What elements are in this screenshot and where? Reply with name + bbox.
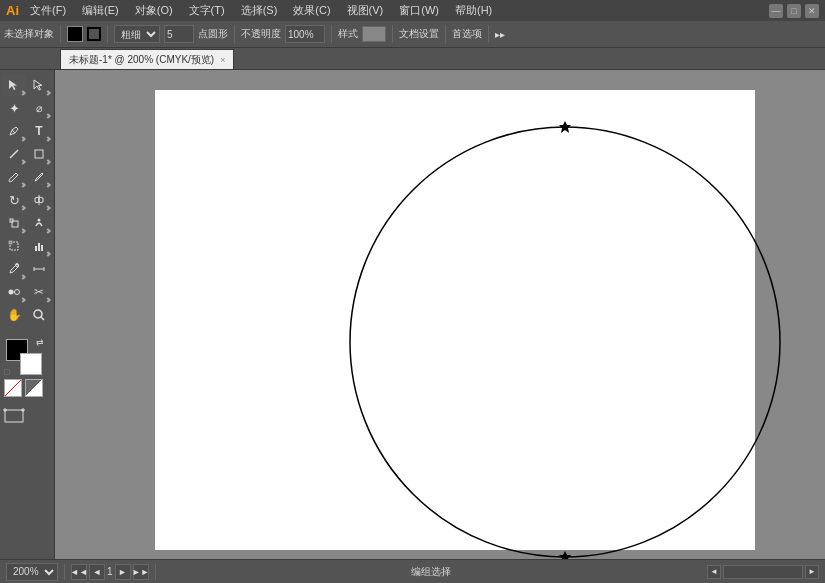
prev-page-btn[interactable]: ◄ [89, 564, 105, 580]
stroke-style-select[interactable]: 粗细 [114, 25, 160, 43]
background-color[interactable] [20, 353, 42, 375]
stroke-width-input[interactable] [164, 25, 194, 43]
magic-wand-tool[interactable]: ✦ [2, 97, 26, 119]
tool-sub-arrow [20, 205, 26, 211]
no-color-swatch[interactable] [4, 379, 22, 397]
maximize-button[interactable]: □ [787, 4, 801, 18]
warp-tool[interactable] [27, 212, 51, 234]
zoom-tool[interactable] [27, 304, 51, 326]
menu-view[interactable]: 视图(V) [344, 3, 387, 18]
minimize-button[interactable]: — [769, 4, 783, 18]
title-bar: Ai 文件(F) 编辑(E) 对象(O) 文字(T) 选择(S) 效果(C) 视… [0, 0, 825, 21]
tool-row-6: ↻ [2, 189, 52, 211]
tab-close-button[interactable]: × [220, 55, 225, 65]
svg-point-16 [15, 290, 20, 295]
rotate-tool[interactable]: ↻ [2, 189, 26, 211]
close-button[interactable]: ✕ [805, 4, 819, 18]
svg-rect-19 [5, 410, 23, 422]
paintbrush-tool[interactable] [2, 166, 26, 188]
zoom-control: 200% [6, 563, 58, 581]
scissors-tool[interactable]: ✂ [27, 281, 51, 303]
document-settings-btn[interactable]: 文档设置 [399, 27, 439, 41]
selection-label: 未选择对象 [4, 27, 54, 41]
tool-sub-arrow [45, 297, 51, 303]
measure-tool[interactable] [27, 258, 51, 280]
scroll-right-button[interactable]: ► [805, 565, 819, 579]
main-circle[interactable] [350, 127, 780, 557]
free-transform-tool[interactable] [2, 235, 26, 257]
lasso-tool[interactable]: ⌀ [27, 97, 51, 119]
tool-row-10: ✂ [2, 281, 52, 303]
svg-marker-25 [559, 551, 571, 559]
svg-line-0 [10, 150, 18, 158]
blend-tool[interactable] [2, 281, 26, 303]
line-segment-tool[interactable] [2, 143, 26, 165]
swap-colors-icon[interactable]: ⇄ [36, 337, 44, 347]
type-tool[interactable]: T [27, 120, 51, 142]
reflect-tool[interactable] [27, 189, 51, 211]
pencil-tool[interactable] [27, 166, 51, 188]
tool-sub-arrow [45, 136, 51, 142]
pen-tool[interactable] [2, 120, 26, 142]
stroke-color-swatch[interactable] [67, 26, 83, 42]
toolbar-separator-2 [107, 25, 108, 43]
opacity-input[interactable] [285, 25, 325, 43]
tool-row-5 [2, 166, 52, 188]
menu-window[interactable]: 窗口(W) [396, 3, 442, 18]
tool-sub-arrow [45, 251, 51, 257]
type-icon: T [35, 124, 42, 138]
tool-sub-arrow [20, 274, 26, 280]
next-page-last-button[interactable]: ►► [133, 564, 149, 580]
preferences-btn[interactable]: 首选项 [452, 27, 482, 41]
default-colors-icon[interactable]: □ [4, 367, 9, 377]
canvas-area [55, 70, 825, 559]
tool-row-7 [2, 212, 52, 234]
menu-help[interactable]: 帮助(H) [452, 3, 495, 18]
svg-line-18 [41, 317, 44, 320]
scroll-bar[interactable] [723, 565, 803, 579]
magic-wand-icon: ✦ [9, 101, 20, 116]
menu-object[interactable]: 对象(O) [132, 3, 176, 18]
shape-tool[interactable] [27, 143, 51, 165]
menu-edit[interactable]: 编辑(E) [79, 3, 122, 18]
mask-swatch[interactable] [25, 379, 43, 397]
scale-tool[interactable] [2, 212, 26, 234]
scroll-arrows: ◄ ► [707, 565, 819, 579]
tool-sub-arrow [45, 159, 51, 165]
tool-sub-arrow [20, 228, 26, 234]
scissors-icon: ✂ [34, 285, 44, 299]
style-swatch[interactable] [362, 26, 386, 42]
svg-rect-8 [35, 246, 37, 251]
tool-sub-arrow [20, 159, 26, 165]
scroll-left-button[interactable]: ◄ [707, 565, 721, 579]
menu-type[interactable]: 文字(T) [186, 3, 228, 18]
zoom-select[interactable]: 200% [6, 563, 58, 581]
rotate-icon: ↻ [9, 193, 20, 208]
tool-row-3: T [2, 120, 52, 142]
svg-point-17 [34, 310, 42, 318]
menu-file[interactable]: 文件(F) [27, 3, 69, 18]
tab-title: 未标题-1* @ 200% (CMYK/预览) [69, 53, 214, 67]
app-logo: Ai [6, 3, 19, 18]
menu-select[interactable]: 选择(S) [238, 3, 281, 18]
page-navigation: ◄◄ ◄ 1 ► ►► [71, 564, 149, 580]
select-tool[interactable] [2, 74, 26, 96]
document-tab[interactable]: 未标题-1* @ 200% (CMYK/预览) × [60, 49, 234, 69]
next-page-btn[interactable]: ► [115, 564, 131, 580]
tool-sub-arrow [45, 90, 51, 96]
prev-page-button[interactable]: ◄◄ [71, 564, 87, 580]
svg-rect-10 [41, 245, 43, 251]
direct-select-tool[interactable] [27, 74, 51, 96]
column-graph-tool[interactable] [27, 235, 51, 257]
svg-point-5 [38, 219, 41, 222]
menu-effects[interactable]: 效果(C) [290, 3, 333, 18]
eyedropper-tool[interactable] [2, 258, 26, 280]
stroke-indicator [87, 27, 101, 41]
color-section: ⇄ □ [2, 333, 52, 399]
menu-bar: 文件(F) 编辑(E) 对象(O) 文字(T) 选择(S) 效果(C) 视图(V… [27, 3, 495, 18]
tool-sub-arrow [20, 297, 26, 303]
hand-tool[interactable]: ✋ [2, 304, 26, 326]
anchor-point-bottom[interactable] [559, 551, 571, 559]
tab-bar: 未标题-1* @ 200% (CMYK/预览) × [0, 48, 825, 70]
artboard-tool[interactable] [2, 404, 26, 426]
